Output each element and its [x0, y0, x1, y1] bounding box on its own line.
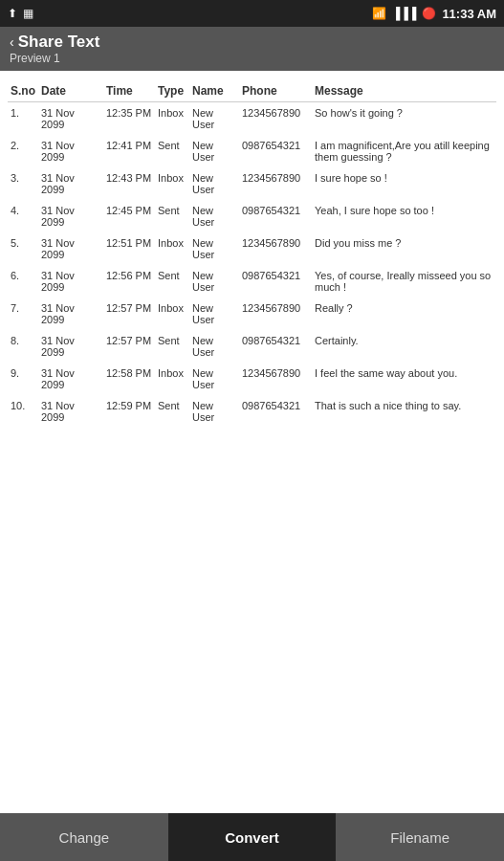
cell-time: 12:51 PM	[103, 232, 155, 265]
cell-sno: 9.	[8, 363, 38, 395]
table-row: 8.31 Nov 209912:57 PMSentNew User0987654…	[8, 330, 496, 363]
cell-type: Sent	[155, 265, 189, 298]
battery-icon: 🔴	[422, 7, 436, 20]
col-header-date: Date	[38, 80, 103, 102]
table-row: 9.31 Nov 209912:58 PMInboxNew User123456…	[8, 363, 496, 395]
cell-sno: 4.	[8, 200, 38, 232]
cell-date: 31 Nov 2099	[38, 395, 103, 428]
cell-sno: 8.	[8, 330, 38, 363]
cell-name: New User	[189, 135, 239, 167]
col-header-name: Name	[189, 80, 239, 102]
col-header-time: Time	[103, 80, 155, 102]
cell-date: 31 Nov 2099	[38, 102, 103, 136]
cell-time: 12:59 PM	[103, 395, 155, 428]
cell-name: New User	[189, 167, 239, 200]
usb-icon: ⬆	[8, 7, 17, 20]
cell-date: 31 Nov 2099	[38, 265, 103, 298]
cell-date: 31 Nov 2099	[38, 232, 103, 265]
cell-phone: 1234567890	[239, 298, 312, 330]
cell-type: Inbox	[155, 363, 189, 395]
col-header-message: Message	[312, 80, 496, 102]
cell-time: 12:45 PM	[103, 200, 155, 232]
cell-time: 12:56 PM	[103, 265, 155, 298]
cell-time: 12:57 PM	[103, 330, 155, 363]
convert-button[interactable]: Convert	[168, 813, 337, 861]
cell-sno: 1.	[8, 102, 38, 136]
cell-name: New User	[189, 102, 239, 136]
cell-message: Yes, of course, Ireally misseed you so m…	[312, 265, 496, 298]
sms-table: S.no Date Time Type Name Phone Message 1…	[8, 80, 496, 428]
cell-name: New User	[189, 200, 239, 232]
sim-icon: ▦	[23, 7, 33, 20]
status-time: 11:33 AM	[442, 7, 496, 21]
table-header: S.no Date Time Type Name Phone Message	[8, 80, 496, 102]
cell-date: 31 Nov 2099	[38, 135, 103, 167]
col-header-type: Type	[155, 80, 189, 102]
col-header-sno: S.no	[8, 80, 38, 102]
col-header-phone: Phone	[239, 80, 312, 102]
page-subtitle: Preview 1	[10, 52, 494, 65]
cell-type: Sent	[155, 200, 189, 232]
cell-phone: 0987654321	[239, 200, 312, 232]
main-content: S.no Date Time Type Name Phone Message 1…	[0, 71, 504, 813]
table-body: 1.31 Nov 209912:35 PMInboxNew User123456…	[8, 102, 496, 429]
table-row: 5.31 Nov 209912:51 PMInboxNew User123456…	[8, 232, 496, 265]
wifi-icon: 📶	[372, 7, 386, 20]
title-row: ‹Share Text	[10, 33, 494, 52]
cell-sno: 5.	[8, 232, 38, 265]
cell-sno: 10.	[8, 395, 38, 428]
cell-message: Did you miss me ?	[312, 232, 496, 265]
cell-phone: 0987654321	[239, 265, 312, 298]
cell-type: Inbox	[155, 298, 189, 330]
cell-name: New User	[189, 363, 239, 395]
cell-phone: 1234567890	[239, 102, 312, 136]
cell-phone: 1234567890	[239, 167, 312, 200]
status-right-icons: 📶 ▐▐▐ 🔴 11:33 AM	[372, 7, 496, 21]
cell-time: 12:43 PM	[103, 167, 155, 200]
cell-phone: 0987654321	[239, 395, 312, 428]
cell-phone: 1234567890	[239, 232, 312, 265]
cell-time: 12:58 PM	[103, 363, 155, 395]
cell-type: Inbox	[155, 102, 189, 136]
cell-message: I am magnificent,Are you atill keeping t…	[312, 135, 496, 167]
table-row: 4.31 Nov 209912:45 PMSentNew User0987654…	[8, 200, 496, 232]
cell-message: Yeah, I sure hope so too !	[312, 200, 496, 232]
signal-icon: ▐▐▐	[392, 7, 417, 20]
cell-phone: 0987654321	[239, 330, 312, 363]
cell-phone: 0987654321	[239, 135, 312, 167]
cell-name: New User	[189, 265, 239, 298]
page-title: Share Text	[18, 33, 100, 51]
cell-message: I sure hope so !	[312, 167, 496, 200]
cell-name: New User	[189, 298, 239, 330]
table-row: 7.31 Nov 209912:57 PMInboxNew User123456…	[8, 298, 496, 330]
cell-type: Inbox	[155, 167, 189, 200]
cell-name: New User	[189, 330, 239, 363]
table-row: 2.31 Nov 209912:41 PMSentNew User0987654…	[8, 135, 496, 167]
cell-message: Really ?	[312, 298, 496, 330]
cell-message: That is such a nice thing to say.	[312, 395, 496, 428]
cell-sno: 7.	[8, 298, 38, 330]
cell-sno: 6.	[8, 265, 38, 298]
cell-type: Sent	[155, 330, 189, 363]
cell-date: 31 Nov 2099	[38, 167, 103, 200]
table-row: 10.31 Nov 209912:59 PMSentNew User098765…	[8, 395, 496, 428]
table-row: 6.31 Nov 209912:56 PMSentNew User0987654…	[8, 265, 496, 298]
cell-time: 12:57 PM	[103, 298, 155, 330]
table-row: 3.31 Nov 209912:43 PMInboxNew User123456…	[8, 167, 496, 200]
cell-name: New User	[189, 232, 239, 265]
cell-date: 31 Nov 2099	[38, 330, 103, 363]
bottom-bar: Change Convert Filename	[0, 813, 504, 861]
cell-time: 12:35 PM	[103, 102, 155, 136]
cell-date: 31 Nov 2099	[38, 298, 103, 330]
back-arrow-icon[interactable]: ‹	[10, 34, 14, 50]
change-button[interactable]: Change	[0, 813, 168, 861]
title-bar: ‹Share Text Preview 1	[0, 27, 504, 71]
cell-message: I feel the same way about you.	[312, 363, 496, 395]
cell-time: 12:41 PM	[103, 135, 155, 167]
cell-sno: 3.	[8, 167, 38, 200]
status-bar: ⬆ ▦ 📶 ▐▐▐ 🔴 11:33 AM	[0, 0, 504, 27]
cell-message: So how's it going ?	[312, 102, 496, 136]
filename-button[interactable]: Filename	[336, 813, 504, 861]
cell-phone: 1234567890	[239, 363, 312, 395]
cell-message: Certainly.	[312, 330, 496, 363]
